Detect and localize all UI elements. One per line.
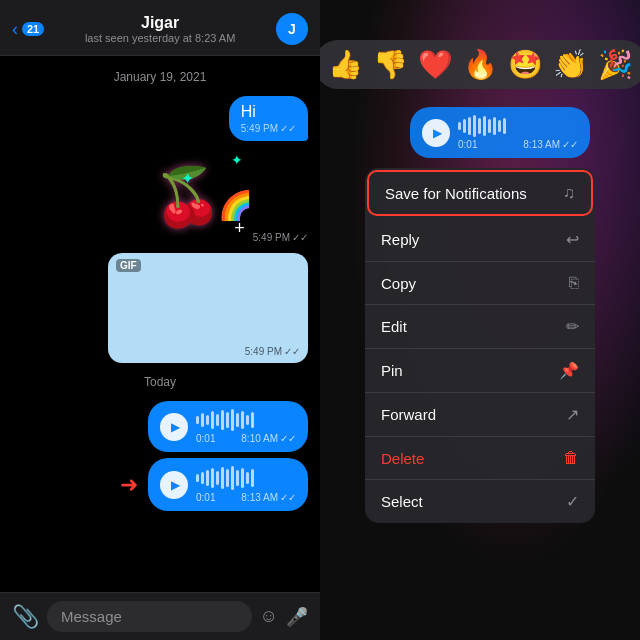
voice2-duration: 0:01 xyxy=(196,492,215,503)
menu-item-copy[interactable]: Copy ⎘ xyxy=(365,262,595,305)
menu-item-save-notifications[interactable]: Save for Notifications ♫ xyxy=(367,170,593,216)
wave-bar xyxy=(231,466,234,490)
gif-tag: GIF xyxy=(116,259,141,272)
menu-item-pin-label: Pin xyxy=(381,362,403,379)
contact-avatar[interactable]: J xyxy=(276,13,308,45)
voice1-container: ▶ xyxy=(148,401,308,452)
sticker-time: 5:49 PM ✓✓ xyxy=(253,232,308,243)
back-button[interactable]: ‹ 21 xyxy=(12,20,44,38)
wave-bar xyxy=(221,467,224,489)
outgoing-bubble: Hi 5:49 PM ✓✓ xyxy=(229,96,308,141)
emoji-button[interactable]: ☺ xyxy=(260,606,278,628)
menu-item-pin[interactable]: Pin 📌 xyxy=(365,349,595,393)
voice-content-1: 0:01 8:10 AM ✓✓ xyxy=(196,409,296,444)
menu-icon-save: ♫ xyxy=(563,184,575,202)
menu-item-save-label: Save for Notifications xyxy=(385,185,527,202)
voice-bubble-2[interactable]: ▶ xyxy=(148,458,308,511)
plus-icon: + xyxy=(234,218,245,239)
wave-bar xyxy=(231,409,234,431)
menu-item-copy-label: Copy xyxy=(381,275,416,292)
emoji-heart[interactable]: ❤️ xyxy=(418,48,453,81)
waveform-1 xyxy=(196,409,296,431)
menu-icon-reply: ↩ xyxy=(566,230,579,249)
menu-item-edit[interactable]: Edit ✏ xyxy=(365,305,595,349)
wave-bar xyxy=(251,469,254,487)
preview-read-receipt: ✓✓ xyxy=(562,139,578,150)
header-center: Jigar last seen yesterday at 8:23 AM xyxy=(44,14,276,44)
unread-badge: 21 xyxy=(22,22,44,36)
gif-container: GIF 5:49 PM ✓✓ xyxy=(108,253,308,363)
wave-bar xyxy=(201,413,204,427)
menu-item-forward[interactable]: Forward ↗ xyxy=(365,393,595,437)
wave-bar xyxy=(221,410,224,430)
wave-bar xyxy=(226,469,229,487)
emoji-star-struck[interactable]: 🤩 xyxy=(508,48,543,81)
voice1-duration: 0:01 xyxy=(196,433,215,444)
preview-waveform xyxy=(458,115,578,137)
preview-sent-time: 8:13 AM xyxy=(523,139,560,150)
emoji-thumbs-up[interactable]: 👍 xyxy=(328,48,363,81)
wave-bar xyxy=(241,411,244,429)
menu-item-edit-label: Edit xyxy=(381,318,407,335)
emoji-thumbs-down[interactable]: 👎 xyxy=(373,48,408,81)
today-separator: Today xyxy=(12,375,308,389)
emoji-reaction-row: 👍 👎 ❤️ 🔥 🤩 👏 🎉 xyxy=(320,40,640,89)
gif-time: 5:49 PM ✓✓ xyxy=(245,346,300,357)
chat-area: January 19, 2021 Hi 5:49 PM ✓✓ ✦ 🍒 xyxy=(0,56,320,592)
message-time: 5:49 PM ✓✓ xyxy=(241,123,296,134)
contact-status: last seen yesterday at 8:23 AM xyxy=(44,32,276,44)
sticker-read-receipt: ✓✓ xyxy=(292,232,308,243)
menu-item-delete[interactable]: Delete 🗑 xyxy=(365,437,595,480)
menu-item-reply[interactable]: Reply ↩ xyxy=(365,218,595,262)
read-receipt: ✓✓ xyxy=(280,123,296,134)
sticker-box: ✦ 🍒 🌈 ✦ + xyxy=(123,147,253,247)
preview-play-icon: ▶ xyxy=(433,126,442,140)
menu-item-select[interactable]: Select ✓ xyxy=(365,480,595,523)
wave-bar xyxy=(211,411,214,429)
wave-bar xyxy=(216,414,219,426)
play-icon-1: ▶ xyxy=(171,420,180,434)
emoji-fire[interactable]: 🔥 xyxy=(463,48,498,81)
wave-bar xyxy=(211,468,214,488)
wave-bar xyxy=(251,412,254,428)
arrow-indicator: ➜ xyxy=(120,472,138,498)
chat-panel: ‹ 21 Jigar last seen yesterday at 8:23 A… xyxy=(0,0,320,640)
audio-button[interactable]: 🎤 xyxy=(286,606,308,628)
gif-bubble: GIF 5:49 PM ✓✓ xyxy=(108,253,308,363)
menu-icon-forward: ↗ xyxy=(566,405,579,424)
input-bar: 📎 Message ☺ 🎤 xyxy=(0,592,320,640)
emoji-party[interactable]: 🎉 xyxy=(598,48,633,81)
attach-button[interactable]: 📎 xyxy=(12,604,39,630)
message-input[interactable]: Message xyxy=(47,601,252,632)
voice-message-2-row: ➜ ▶ xyxy=(12,458,308,511)
message-text: Hi xyxy=(241,103,256,120)
play-button-1[interactable]: ▶ xyxy=(160,413,188,441)
wave-bar xyxy=(226,412,229,428)
voice1-time-row: 0:01 8:10 AM ✓✓ xyxy=(196,433,296,444)
voice1-read-receipt: ✓✓ xyxy=(280,433,296,444)
input-icons: ☺ 🎤 xyxy=(260,606,308,628)
message-row: Hi 5:49 PM ✓✓ xyxy=(12,96,308,141)
wave-bar xyxy=(196,416,199,424)
wave-bar xyxy=(206,415,209,425)
menu-icon-delete: 🗑 xyxy=(563,449,579,467)
menu-icon-pin: 📌 xyxy=(559,361,579,380)
menu-icon-copy: ⎘ xyxy=(569,274,579,292)
wave-bar xyxy=(201,472,204,484)
voice-message-1-row: ▶ xyxy=(12,401,308,452)
preview-play-button: ▶ xyxy=(422,119,450,147)
voice-bubble-1[interactable]: ▶ xyxy=(148,401,308,452)
gif-message-row: GIF 5:49 PM ✓✓ xyxy=(12,253,308,363)
play-button-2[interactable]: ▶ xyxy=(160,471,188,499)
input-placeholder: Message xyxy=(61,608,122,625)
context-menu-panel: 👍 👎 ❤️ 🔥 🤩 👏 🎉 ▶ xyxy=(320,0,640,640)
sticker-message: ✦ 🍒 🌈 ✦ + 5:49 PM ✓✓ xyxy=(12,147,308,247)
wave-bar xyxy=(236,413,239,427)
voice1-sent-time: 8:10 AM xyxy=(241,433,278,444)
wave-bar xyxy=(246,415,249,425)
voice2-sent-time: 8:13 AM xyxy=(241,492,278,503)
chevron-left-icon: ‹ xyxy=(12,20,18,38)
menu-item-select-label: Select xyxy=(381,493,423,510)
emoji-clap[interactable]: 👏 xyxy=(553,48,588,81)
menu-icon-select: ✓ xyxy=(566,492,579,511)
